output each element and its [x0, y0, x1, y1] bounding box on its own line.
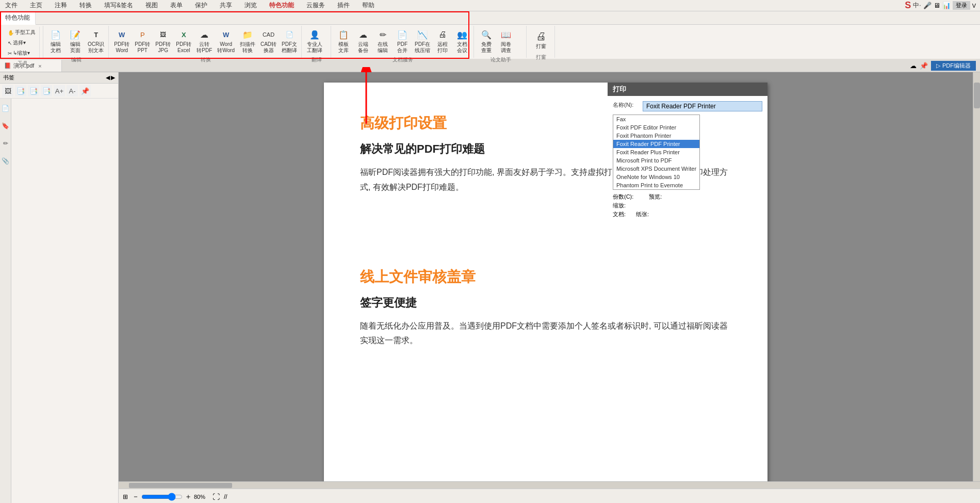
cad-convert-btn[interactable]: CAD CAD转换器: [258, 27, 279, 55]
edit-doc-btn[interactable]: 📄 编辑文档: [46, 27, 65, 55]
printer-item-fax[interactable]: Fax: [613, 115, 699, 123]
edit-page-btn[interactable]: 📝 编辑页面: [66, 27, 85, 55]
edit-page-label: 编辑页面: [70, 41, 80, 54]
zoom-control: － ＋ 80%: [132, 492, 205, 501]
menu-item-cloud[interactable]: 云服务: [303, 0, 328, 11]
menu-item-form[interactable]: 表单: [167, 0, 186, 11]
select-tool-btn[interactable]: ↖ 选择▾: [6, 38, 37, 47]
menu-item-view[interactable]: 视图: [142, 0, 161, 11]
edit-group-label: 编辑: [46, 56, 106, 63]
zoom-slider[interactable]: [141, 493, 183, 501]
sidebar-icon-pen[interactable]: ✏: [1, 136, 10, 151]
word-to-word-btn[interactable]: W Word转Word: [215, 27, 237, 55]
online-edit-btn[interactable]: ✏ 在线编辑: [373, 27, 392, 55]
pro-translate-btn[interactable]: 👤 专业人工翻译: [305, 27, 324, 55]
pdf-editor-arrow: ▷: [936, 62, 940, 69]
doc-meeting-icon: 👥: [456, 28, 468, 41]
pdf-to-excel-btn[interactable]: X PDF转Excel: [174, 27, 193, 55]
pdf-to-word-btn[interactable]: W PDF转Word: [112, 27, 132, 55]
h-scrollbar[interactable]: [119, 481, 980, 489]
sidebar: 书签 ◀ ▶ 🖼 📑 📑 📑 A+ A- 📌 📄 🔖 ✏ 📎: [0, 72, 119, 503]
menu-item-browse[interactable]: 浏览: [241, 0, 260, 11]
sidebar-icon-attach[interactable]: 📎: [1, 153, 10, 169]
menu-item-plugin[interactable]: 插件: [334, 0, 353, 11]
printer-item-foxit-plus[interactable]: Foxit Reader Plus Printer: [613, 148, 699, 156]
pin-icon[interactable]: 📌: [920, 62, 928, 70]
pdf-to-ppt-btn[interactable]: P PDF转PPT: [133, 27, 152, 55]
cloud-convert-btn[interactable]: ☁ 云转转PDF: [194, 27, 214, 55]
fullscreen-btn[interactable]: ⛶: [213, 493, 220, 501]
sidebar-page-tool3[interactable]: 📑: [41, 85, 52, 96]
printer-item-ms-pdf[interactable]: Microsoft Print to PDF: [613, 156, 699, 165]
zoom-plus-btn[interactable]: ＋: [185, 492, 192, 501]
remote-print-btn[interactable]: 🖨 远程打印: [433, 27, 452, 55]
sidebar-page-tool[interactable]: 📑: [15, 85, 26, 96]
zoom-minus-btn[interactable]: －: [132, 492, 139, 501]
sidebar-icon-bookmark[interactable]: 🔖: [1, 118, 10, 134]
sidebar-font-smaller[interactable]: A-: [67, 85, 78, 96]
zoom-icon-collapse[interactable]: ⊞: [123, 493, 128, 500]
pdf-excel-icon: X: [177, 28, 190, 41]
sidebar-icon-doc[interactable]: 📄: [1, 101, 10, 116]
ribbon-tab-special[interactable]: 特色功能: [0, 11, 36, 25]
printer-item-ms-xps[interactable]: Microsoft XPS Document Writer: [613, 165, 699, 173]
login-btn[interactable]: 登录: [953, 1, 970, 10]
v-scrollbar[interactable]: [973, 72, 980, 481]
sidebar-next-btn[interactable]: ▶: [111, 74, 115, 81]
pdf-compress-btn[interactable]: 📉 PDF在线压缩: [413, 27, 432, 55]
menu-item-annotation[interactable]: 注释: [52, 0, 70, 11]
window-controls: V: [972, 3, 976, 9]
sidebar-nav: ◀ ▶: [106, 74, 115, 81]
print-copies-label: 份数(C):: [613, 193, 633, 200]
ribbon-group-thesis: 🔍 免费查重 📖 阅卷调查 论文助手: [475, 26, 527, 58]
plagiarism-check-btn[interactable]: 🔍 免费查重: [477, 27, 496, 55]
template-btn[interactable]: 📋 模板文库: [334, 27, 353, 55]
cloud-sync-icon[interactable]: ☁: [910, 62, 917, 70]
sidebar-toolbar: 🖼 📑 📑 📑 A+ A- 📌: [0, 84, 118, 99]
sidebar-image-tool[interactable]: 🖼: [2, 85, 13, 96]
edit-group-items: 📄 编辑文档 📝 编辑页面 T OCR识别文本: [46, 27, 106, 55]
pdf-to-jpg-btn[interactable]: 🖼 PDF转JPG: [153, 27, 173, 55]
menu-item-file[interactable]: 文件: [2, 0, 21, 11]
pdf-translate-btn[interactable]: 📄 PDF文档翻译: [280, 27, 299, 55]
ribbon-group-tool: ✋ 手型工具 ↖ 选择▾ ✂ ↳缩放▾ 工具: [2, 26, 43, 58]
print-btn[interactable]: 🖨 打窗: [530, 27, 552, 53]
pdf-merge-btn[interactable]: 📄 PDF合并: [393, 27, 412, 55]
h-scrollbar-thumb[interactable]: [129, 483, 232, 488]
ribbon-group-edit: 📄 编辑文档 📝 编辑页面 T OCR识别文本 编辑: [44, 26, 109, 58]
printer-item-onenote[interactable]: OneNote for Windows 10: [613, 173, 699, 181]
remote-print-icon: 🖨: [436, 28, 449, 41]
view-mode-btn[interactable]: //: [224, 493, 227, 500]
cloud-backup-btn[interactable]: ☁ 云端备份: [354, 27, 372, 55]
doc-meeting-btn[interactable]: 👥 文档会议: [453, 27, 471, 55]
sidebar-page-tool2[interactable]: 📑: [28, 85, 39, 96]
printer-item-foxit-reader[interactable]: Foxit Reader PDF Printer: [613, 140, 699, 148]
menu-item-sign[interactable]: 填写&签名: [101, 0, 136, 11]
print-doc-label: 文档:: [613, 210, 626, 218]
menu-item-protect[interactable]: 保护: [192, 0, 210, 11]
menu-item-home[interactable]: 主页: [27, 0, 45, 11]
print-name-input[interactable]: Foxit Reader PDF Printer: [643, 101, 762, 111]
menu-item-special[interactable]: 特色功能: [266, 0, 297, 11]
hand-tool-btn[interactable]: ✋ 手型工具: [6, 28, 37, 37]
printer-item-foxit-editor[interactable]: Foxit PDF Editor Printer: [613, 123, 699, 132]
sidebar-font-larger[interactable]: A+: [54, 85, 65, 96]
content-area[interactable]: 高级打印设置 解决常见的PDF打印难题 福昕PDF阅读器拥有强大的打印功能, 界…: [119, 72, 973, 481]
plagiarism-label: 免费查重: [481, 41, 492, 54]
hand-icon: ✋: [8, 30, 14, 36]
printer-item-phantom-evernote[interactable]: Phantom Print to Evernote: [613, 181, 699, 189]
printer-item-foxit-phantom[interactable]: Foxit Phantom Printer: [613, 132, 699, 140]
menu-item-share[interactable]: 共享: [217, 0, 235, 11]
menu-item-help[interactable]: 帮助: [359, 0, 378, 11]
menu-item-convert[interactable]: 转换: [76, 0, 95, 11]
sidebar-inner: 📄 🔖 ✏ 📎: [0, 99, 118, 503]
edit-btn[interactable]: ✂ ↳缩放▾: [6, 48, 37, 58]
menu-bar: 文件 主页 注释 转换 填写&签名 视图 表单 保护 共享 浏览 特色功能 云服…: [0, 0, 980, 11]
v-scrollbar-thumb[interactable]: [974, 83, 980, 108]
pdf-editor-btn[interactable]: ▷ PDF编辑器: [931, 61, 976, 71]
sidebar-prev-btn[interactable]: ◀: [106, 74, 110, 81]
scan-convert-btn[interactable]: 📁 扫描件转换: [238, 27, 257, 55]
survey-btn[interactable]: 📖 阅卷调查: [497, 27, 515, 55]
sidebar-pin[interactable]: 📌: [79, 85, 91, 96]
ocr-btn[interactable]: T OCR识别文本: [86, 27, 106, 55]
